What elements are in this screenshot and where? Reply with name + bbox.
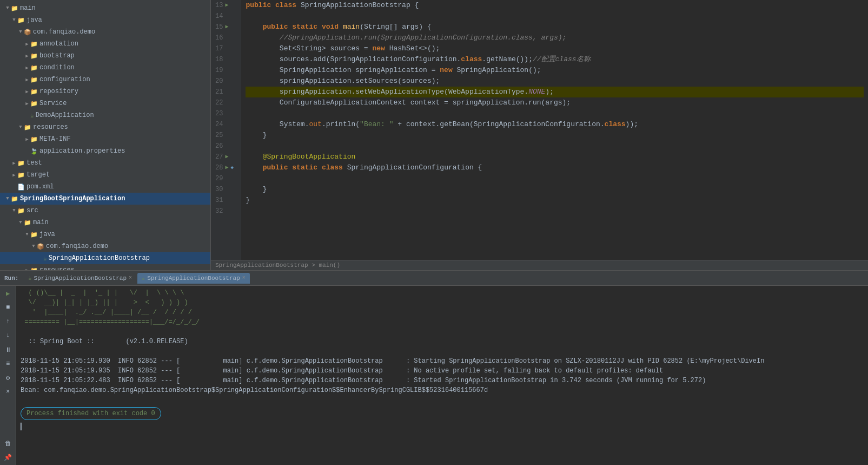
run-gutter-icon[interactable]: ▶ bbox=[225, 22, 228, 32]
tree-item-main[interactable]: ▼ 📁 main bbox=[0, 2, 210, 14]
tree-item-target[interactable]: ▶ 📁 target bbox=[0, 169, 210, 181]
tree-item-condition[interactable]: ▶ 📁 condition bbox=[0, 62, 210, 74]
tree-item-demoapplication[interactable]: ▶ ☕ DemoApplication bbox=[0, 109, 210, 121]
folder-icon: 📁 bbox=[17, 172, 25, 179]
code-line: //SpringApplication.run(SpringApplicatio… bbox=[246, 32, 864, 43]
folder-icon: 📁 bbox=[30, 76, 38, 83]
tree-item-annotation[interactable]: ▶ 📁 annotation bbox=[0, 38, 210, 50]
folder-icon: 📁 bbox=[24, 219, 31, 226]
pause-button[interactable]: ⏸ bbox=[3, 344, 14, 355]
console-springboot-line bbox=[21, 327, 864, 337]
folder-icon: 📁 bbox=[30, 231, 38, 238]
run-tab-1[interactable]: ☕ SpringApplicationBootstrap × bbox=[24, 273, 136, 284]
chevron-right-icon: ▶ bbox=[24, 53, 30, 59]
project-tree: ▼ 📁 main ▼ 📁 java ▼ 📦 com.fanqiao.demo ▶… bbox=[0, 0, 211, 270]
console-bean-line: Bean: com.fanqiao.demo.SpringApplication… bbox=[21, 385, 864, 395]
tree-item-configuration[interactable]: ▶ 📁 configuration bbox=[0, 74, 210, 86]
tree-item-service[interactable]: ▶ 📁 Service bbox=[0, 97, 210, 109]
run-gutter-icon[interactable]: ▶ bbox=[225, 152, 228, 162]
tree-label: main bbox=[33, 219, 49, 226]
folder-icon: 📁 bbox=[30, 136, 38, 143]
filter-button[interactable]: ≡ bbox=[3, 358, 14, 369]
bottom-panel: Run: ☕ SpringApplicationBootstrap × ☕ Sp… bbox=[0, 270, 868, 465]
chevron-down-icon: ▼ bbox=[17, 125, 24, 130]
tree-item-resources2[interactable]: ▶ 📁 resources bbox=[0, 264, 210, 270]
code-line: } bbox=[246, 184, 864, 195]
java-file-icon: ☕ bbox=[43, 255, 47, 262]
close-tab-icon[interactable]: × bbox=[129, 275, 132, 281]
tree-item-bootstrap[interactable]: ▶ 📁 bootstrap bbox=[0, 50, 210, 62]
clear-button[interactable]: 🗑 bbox=[3, 438, 14, 449]
code-line bbox=[246, 11, 864, 22]
run-tab-label: SpringApplicationBootstrap bbox=[147, 275, 240, 281]
tree-label: SpringApplicationBootstrap bbox=[49, 254, 150, 262]
tree-item-metainf[interactable]: ▶ 📁 META-INF bbox=[0, 133, 210, 145]
tree-item-java2[interactable]: ▼ 📁 java bbox=[0, 228, 210, 240]
folder-icon: 📁 bbox=[30, 100, 38, 107]
tree-label: src bbox=[26, 207, 38, 214]
tree-item-springbootspringapplication[interactable]: ▼ 📁 SpringBootSpringApplication bbox=[0, 193, 210, 205]
play-button[interactable]: ▶ bbox=[3, 288, 14, 299]
close-tab-icon[interactable]: × bbox=[242, 275, 246, 281]
tree-item-pomxml[interactable]: ▶ 📄 pom.xml bbox=[0, 181, 210, 193]
chevron-down-icon: ▼ bbox=[24, 232, 30, 237]
close-output-button[interactable]: × bbox=[3, 387, 14, 397]
folder-icon: 📁 bbox=[30, 53, 38, 60]
tree-item-test[interactable]: ▶ 📁 test bbox=[0, 157, 210, 169]
console-empty-2 bbox=[21, 395, 864, 405]
chevron-right-icon: ▶ bbox=[24, 65, 30, 71]
code-content: public class SpringApplicationBootstrap … bbox=[241, 0, 868, 260]
chevron-right-icon: ▶ bbox=[11, 172, 17, 178]
stop-button[interactable]: ■ bbox=[3, 302, 14, 313]
folder-icon: 📁 bbox=[17, 17, 25, 24]
tree-item-springapplicationbootstrap[interactable]: ▶ ☕ SpringApplicationBootstrap bbox=[0, 252, 210, 264]
pin-button[interactable]: 📌 bbox=[3, 452, 14, 463]
tree-item-java[interactable]: ▼ 📁 java bbox=[0, 14, 210, 26]
code-line: } bbox=[246, 195, 864, 206]
console-banner-4: ========= |__|==================|___/=/_… bbox=[21, 317, 864, 327]
chevron-right-icon: ▶ bbox=[24, 136, 30, 142]
code-line: System.out.println("Bean: " + context.ge… bbox=[246, 119, 864, 130]
settings-button[interactable]: ⚙ bbox=[3, 372, 14, 383]
tree-label: com.fanqiao.demo bbox=[46, 243, 108, 250]
run-sidebar: ▶ ■ ↑ ↓ ⏸ ≡ ⚙ × 🗑 📌 bbox=[0, 286, 16, 465]
tree-label: java bbox=[26, 16, 42, 24]
run-tab-2[interactable]: ☕ SpringApplicationBootstrap × bbox=[137, 273, 250, 284]
tree-item-application-properties[interactable]: ▶ 🍃 application.properties bbox=[0, 145, 210, 157]
folder-icon: 📁 bbox=[30, 88, 38, 95]
tree-label: condition bbox=[39, 64, 75, 71]
tree-label: repository bbox=[39, 88, 78, 95]
tree-item-package[interactable]: ▼ 📦 com.fanqiao.demo bbox=[0, 26, 210, 38]
properties-icon: 🍃 bbox=[30, 148, 38, 155]
chevron-down-icon: ▼ bbox=[4, 5, 11, 11]
breadcrumb: SpringApplicationBootstrap > main() bbox=[211, 260, 868, 270]
scroll-up-button[interactable]: ↑ bbox=[3, 316, 14, 327]
chevron-down-icon: ▼ bbox=[17, 29, 24, 35]
package-icon: 📦 bbox=[37, 243, 44, 250]
tree-label: resources bbox=[39, 266, 75, 270]
scroll-down-button[interactable]: ↓ bbox=[3, 330, 14, 341]
folder-icon: 📁 bbox=[17, 207, 25, 214]
tree-label: test bbox=[26, 159, 42, 167]
java-tab-icon: ☕ bbox=[28, 275, 31, 281]
tree-item-package2[interactable]: ▼ 📦 com.fanqiao.demo bbox=[0, 240, 210, 252]
tree-item-src[interactable]: ▼ 📁 src bbox=[0, 205, 210, 217]
run-gutter-icon[interactable]: ▶ bbox=[225, 162, 228, 173]
tree-label: DemoApplication bbox=[36, 112, 94, 119]
chevron-right-icon: ▶ bbox=[11, 160, 17, 166]
tree-item-main2[interactable]: ▼ 📁 main bbox=[0, 217, 210, 228]
run-label: Run: bbox=[4, 275, 18, 281]
folder-icon: 📁 bbox=[30, 41, 38, 48]
tree-item-repository[interactable]: ▶ 📁 repository bbox=[0, 86, 210, 97]
java-tab-icon: ☕ bbox=[142, 275, 145, 281]
tree-label: annotation bbox=[39, 40, 78, 48]
package-icon: 📦 bbox=[24, 29, 31, 36]
code-line: public static class SpringApplicationCon… bbox=[246, 162, 864, 173]
console-log-3: 2018-11-15 21:05:22.483 INFO 62852 --- [… bbox=[21, 376, 864, 385]
tree-item-resources[interactable]: ▼ 📁 resources bbox=[0, 121, 210, 133]
code-line: public static void main(String[] args) { bbox=[246, 22, 864, 32]
console-banner-2: \/ __)| |_| | |_) || | > < ) ) ) ) bbox=[21, 298, 864, 307]
run-gutter-icon[interactable]: ▶ bbox=[225, 0, 228, 11]
code-line bbox=[246, 141, 864, 152]
chevron-down-icon: ▼ bbox=[17, 220, 24, 225]
